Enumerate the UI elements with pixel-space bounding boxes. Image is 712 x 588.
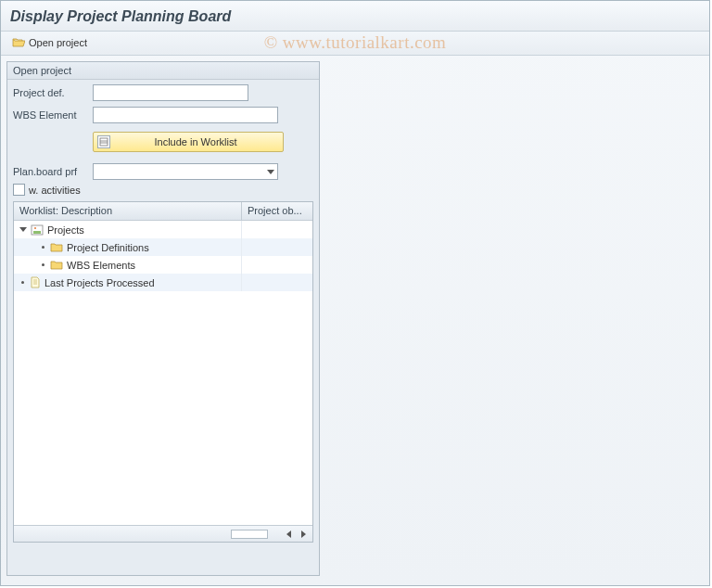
wbs-element-label: WBS Element xyxy=(13,109,93,121)
open-project-label: Open project xyxy=(29,37,87,48)
tree-row-last-projects[interactable]: Last Projects Processed xyxy=(14,274,312,291)
open-project-panel: Open project Project def. WBS Element xyxy=(6,61,320,576)
include-worklist-row: Include in Worklist xyxy=(13,132,319,152)
w-activities-label: w. activities xyxy=(29,185,81,196)
project-def-row: Project def. xyxy=(13,83,313,102)
tree-header-col1: Worklist: Description xyxy=(14,202,242,220)
bullet-icon xyxy=(21,281,24,284)
tree-row-projects[interactable]: Projects xyxy=(14,221,312,238)
plan-board-prf-dropdown[interactable] xyxy=(93,163,278,180)
app-window: Display Project Planning Board © www.tut… xyxy=(0,0,710,586)
wbs-element-input[interactable] xyxy=(93,107,278,123)
triangle-right-icon xyxy=(301,530,306,538)
panel-title: Open project xyxy=(7,62,319,80)
open-project-button[interactable]: Open project xyxy=(8,36,91,49)
scroll-left-button[interactable] xyxy=(283,529,294,540)
scroll-right-button[interactable] xyxy=(298,529,309,540)
bullet-icon xyxy=(42,263,44,266)
tree-body: Projects Project Definitio xyxy=(14,221,312,525)
triangle-left-icon xyxy=(286,530,291,538)
folder-icon xyxy=(50,260,63,270)
tree-node-label: Last Projects Processed xyxy=(44,277,155,288)
plan-board-prf-label: Plan.board prf xyxy=(13,166,93,177)
w-activities-checkbox[interactable] xyxy=(13,184,25,196)
folder-icon xyxy=(50,242,63,252)
tree-footer xyxy=(14,525,312,542)
w-activities-row: w. activities xyxy=(7,182,319,201)
tree-row-wbs-elements[interactable]: WBS Elements xyxy=(14,256,312,274)
worklist-icon xyxy=(97,135,110,148)
form-area: Project def. WBS Element xyxy=(7,80,319,130)
horizontal-scrollbar[interactable] xyxy=(231,530,268,539)
svg-rect-5 xyxy=(33,231,41,234)
svg-point-4 xyxy=(34,227,36,229)
tree-header-col2: Project ob... xyxy=(242,202,312,220)
tree-node-label: Project Definitions xyxy=(67,242,149,253)
chevron-down-icon xyxy=(267,170,274,174)
tree-node-label: Projects xyxy=(47,224,84,236)
bullet-icon xyxy=(42,246,44,249)
include-in-worklist-button[interactable]: Include in Worklist xyxy=(93,132,284,152)
folder-open-icon xyxy=(12,37,25,48)
expand-toggle-icon[interactable] xyxy=(19,227,27,232)
titlebar: Display Project Planning Board xyxy=(1,1,709,32)
tree-node-label: WBS Elements xyxy=(67,260,135,271)
plan-board-prf-row: Plan.board prf xyxy=(7,161,319,182)
include-in-worklist-label: Include in Worklist xyxy=(116,136,275,147)
document-icon xyxy=(30,276,41,288)
toolbar: Open project xyxy=(1,32,709,56)
projects-icon xyxy=(31,224,44,236)
content-area: Open project Project def. WBS Element xyxy=(1,56,709,582)
worklist-tree: Worklist: Description Project ob... xyxy=(13,201,313,543)
tree-row-project-definitions[interactable]: Project Definitions xyxy=(14,238,312,256)
project-def-label: Project def. xyxy=(13,87,93,98)
wbs-element-row: WBS Element xyxy=(13,106,313,124)
project-def-input[interactable] xyxy=(93,84,248,101)
tree-header: Worklist: Description Project ob... xyxy=(14,202,312,221)
page-title: Display Project Planning Board xyxy=(10,8,700,25)
svg-rect-0 xyxy=(100,138,108,146)
